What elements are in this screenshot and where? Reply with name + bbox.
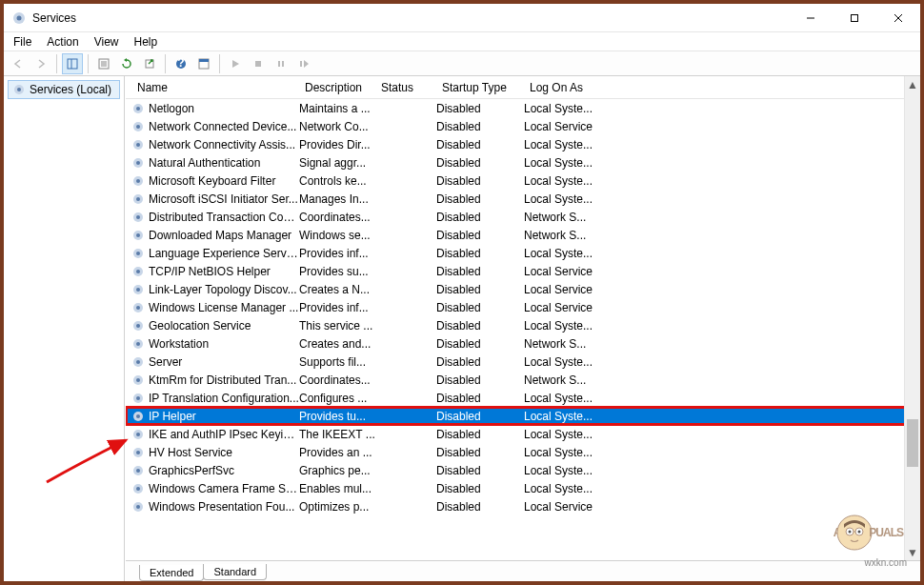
export-button[interactable]: [139, 53, 160, 74]
service-row[interactable]: Microsoft Keyboard FilterControls ke...D…: [126, 171, 920, 190]
cell-name: IP Translation Configuration...: [149, 392, 299, 405]
gear-icon: [131, 102, 145, 115]
cell-description: Controls ke...: [299, 174, 375, 188]
gear-icon: [131, 192, 145, 206]
vertical-scrollbar[interactable]: ▲ ▼: [904, 76, 920, 560]
tab-extended[interactable]: Extended: [139, 565, 204, 581]
cell-description: Optimizes p...: [299, 500, 375, 514]
service-row[interactable]: Natural AuthenticationSignal aggr...Disa…: [126, 153, 920, 171]
service-row[interactable]: TCP/IP NetBIOS HelperProvides su...Disab…: [126, 262, 920, 280]
svg-rect-19: [282, 61, 284, 67]
cell-startup: Disabled: [436, 229, 524, 242]
cell-logon: Network S...: [524, 211, 600, 224]
show-hide-tree-button[interactable]: [62, 53, 83, 74]
cell-description: Maintains a ...: [299, 102, 375, 115]
help-topics-button[interactable]: [193, 53, 214, 74]
cell-startup: Disabled: [436, 247, 524, 260]
service-row[interactable]: Windows License Manager ...Provides inf.…: [126, 298, 920, 316]
cell-name: IKE and AuthIP IPsec Keying...: [149, 428, 299, 441]
header-name[interactable]: Name: [131, 77, 299, 98]
service-row[interactable]: Network Connectivity Assis...Provides Di…: [126, 135, 920, 153]
gear-icon: [131, 410, 145, 423]
cell-name: Link-Layer Topology Discov...: [149, 283, 299, 296]
cell-logon: Local Syste...: [524, 410, 600, 423]
cell-logon: Local Syste...: [524, 192, 600, 206]
header-startup-type[interactable]: Startup Type: [436, 77, 524, 98]
cell-name: Netlogon: [149, 102, 299, 115]
svg-point-56: [136, 396, 140, 400]
service-row[interactable]: Distributed Transaction Coo...Coordinate…: [126, 208, 920, 226]
cell-name: HV Host Service: [149, 446, 299, 459]
gear-icon: [131, 265, 145, 278]
svg-point-40: [136, 252, 140, 255]
gear-icon: [131, 120, 145, 133]
pause-service-button: [271, 53, 291, 74]
window-title: Services: [32, 11, 789, 25]
service-row[interactable]: IP HelperProvides tu...DisabledLocal Sys…: [126, 407, 920, 425]
service-row[interactable]: IKE and AuthIP IPsec Keying...The IKEEXT…: [126, 425, 920, 443]
cell-description: Provides an ...: [299, 446, 375, 459]
back-button: [8, 53, 29, 74]
scroll-up-button[interactable]: ▲: [905, 76, 920, 92]
service-row[interactable]: Language Experience ServiceProvides inf.…: [126, 244, 920, 262]
scroll-thumb[interactable]: [907, 419, 918, 467]
menu-view[interactable]: View: [94, 35, 119, 49]
minimize-button[interactable]: [789, 4, 833, 32]
svg-point-54: [136, 378, 140, 382]
service-row[interactable]: Windows Camera Frame Se...Enables mul...…: [126, 479, 920, 497]
header-status[interactable]: Status: [375, 77, 436, 98]
cell-description: Windows se...: [299, 229, 375, 242]
forward-button: [30, 53, 51, 74]
cell-description: Configures ...: [299, 392, 375, 405]
maximize-button[interactable]: [833, 4, 876, 32]
gear-icon: [131, 337, 145, 351]
service-row[interactable]: Downloaded Maps ManagerWindows se...Disa…: [126, 226, 920, 244]
header-logon-as[interactable]: Log On As: [524, 77, 600, 98]
svg-point-60: [136, 433, 140, 436]
properties-button[interactable]: [93, 53, 114, 74]
scroll-down-button[interactable]: ▼: [905, 544, 920, 560]
close-button[interactable]: [876, 4, 920, 32]
cell-name: Microsoft Keyboard Filter: [149, 174, 299, 188]
header-description[interactable]: Description: [299, 77, 375, 98]
body: Services (Local) Name Description Status…: [4, 76, 920, 581]
service-row[interactable]: KtmRm for Distributed Tran...Coordinates…: [126, 371, 920, 389]
service-row[interactable]: WorkstationCreates and...DisabledNetwork…: [126, 334, 920, 353]
svg-point-52: [136, 360, 140, 364]
service-row[interactable]: IP Translation Configuration...Configure…: [126, 389, 920, 407]
menu-action[interactable]: Action: [47, 35, 78, 49]
gear-icon: [131, 482, 145, 495]
cell-description: Provides Dir...: [299, 138, 375, 151]
svg-rect-16: [199, 59, 209, 62]
service-row[interactable]: Network Connected Device...Network Co...…: [126, 117, 920, 135]
service-row[interactable]: NetlogonMaintains a ...DisabledLocal Sys…: [126, 99, 920, 117]
service-row[interactable]: Link-Layer Topology Discov...Creates a N…: [126, 280, 920, 298]
main-panel: Name Description Status Startup Type Log…: [125, 76, 920, 581]
cell-description: This service ...: [299, 319, 375, 333]
menubar: File Action View Help: [4, 32, 920, 51]
refresh-button[interactable]: [116, 53, 137, 74]
menu-help[interactable]: Help: [134, 35, 158, 49]
gear-icon: [131, 174, 145, 188]
cell-logon: Local Syste...: [524, 156, 600, 170]
cell-logon: Local Syste...: [524, 319, 600, 333]
svg-point-46: [136, 306, 140, 310]
cell-description: Provides inf...: [299, 301, 375, 314]
cell-description: Coordinates...: [299, 211, 375, 224]
service-row[interactable]: Windows Presentation Fou...Optimizes p..…: [126, 497, 920, 515]
tab-standard[interactable]: Standard: [203, 564, 267, 580]
svg-rect-3: [852, 14, 858, 21]
help-button[interactable]: ?: [171, 53, 191, 74]
cell-logon: Local Syste...: [524, 446, 600, 459]
cell-description: Provides su...: [299, 265, 375, 278]
service-row[interactable]: Microsoft iSCSI Initiator Ser...Manages …: [126, 190, 920, 208]
sidebar-item-services-local[interactable]: Services (Local): [8, 80, 120, 99]
service-row[interactable]: GraphicsPerfSvcGraphics pe...DisabledLoc…: [126, 461, 920, 479]
service-row[interactable]: ServerSupports fil...DisabledLocal Syste…: [126, 353, 920, 371]
menu-file[interactable]: File: [13, 35, 31, 49]
service-row[interactable]: Geolocation ServiceThis service ...Disab…: [126, 316, 920, 334]
gear-icon: [131, 138, 145, 151]
service-row[interactable]: HV Host ServiceProvides an ...DisabledLo…: [126, 443, 920, 461]
cell-startup: Disabled: [436, 174, 524, 188]
cell-startup: Disabled: [436, 265, 524, 278]
